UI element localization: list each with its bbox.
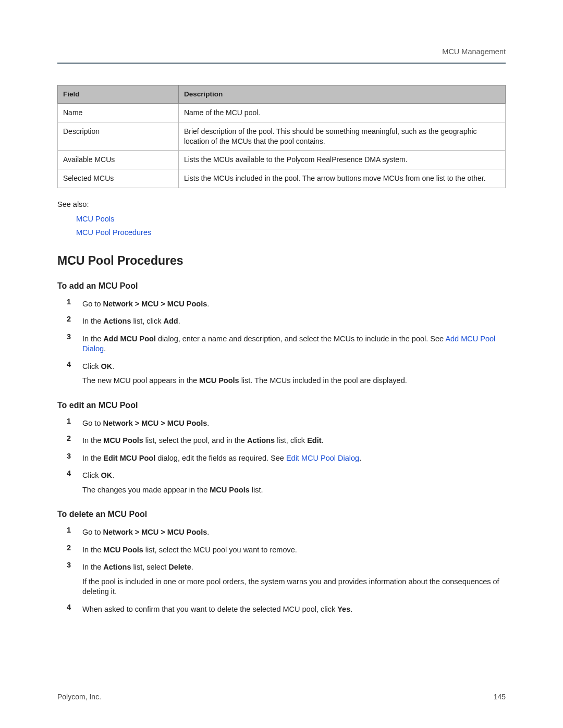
footer-company: Polycom, Inc. — [57, 692, 101, 702]
footer: Polycom, Inc. 145 — [57, 692, 506, 702]
text: . — [359, 454, 361, 462]
text-bold: Actions — [103, 317, 131, 325]
step: 3 In the Actions list, select Delete. If… — [57, 560, 506, 599]
text: . — [191, 563, 193, 571]
text: list. — [250, 486, 263, 494]
step-number: 2 — [67, 434, 79, 448]
step: 2 In the Actions list, click Add. — [57, 314, 506, 329]
text: In the — [82, 546, 103, 554]
see-also-label: See also: — [57, 200, 506, 210]
link-mcu-pool-procedures[interactable]: MCU Pool Procedures — [76, 228, 151, 237]
text-bold: Add — [164, 317, 178, 325]
step: 4 When asked to confirm that you want to… — [57, 602, 506, 617]
text: . — [350, 605, 352, 613]
text: Click — [82, 362, 101, 371]
step-number: 4 — [67, 468, 79, 497]
step: 3 In the Add MCU Pool dialog, enter a na… — [57, 332, 506, 356]
cell-field: Description — [58, 122, 179, 151]
text: dialog, edit the fields as required. See — [155, 454, 286, 462]
text: Go to — [82, 300, 103, 308]
text-bold: MCU Pools — [199, 376, 239, 385]
text: In the — [82, 436, 103, 445]
text-bold: OK — [101, 362, 112, 371]
text: The new MCU pool appears in the — [82, 376, 199, 385]
cell-field: Available MCUs — [58, 151, 179, 169]
cell-desc: Brief description of the pool. This shou… — [178, 122, 505, 151]
step-number: 1 — [67, 416, 79, 431]
step: 1 Go to Network > MCU > MCU Pools. — [57, 416, 506, 431]
text-bold: MCU Pools — [210, 486, 250, 494]
text-bold: Edit — [307, 436, 321, 445]
text: In the — [82, 563, 103, 571]
step-number: 3 — [67, 560, 79, 599]
text: . — [112, 362, 114, 371]
text-bold: Actions — [103, 563, 131, 571]
text: Go to — [82, 419, 103, 427]
steps-add: 1 Go to Network > MCU > MCU Pools. 2 In … — [57, 297, 506, 388]
cell-field: Selected MCUs — [58, 169, 179, 188]
text: . — [322, 436, 324, 445]
text-bold: MCU Pools — [103, 546, 143, 554]
step: 2 In the MCU Pools list, select the MCU … — [57, 543, 506, 558]
table-row: Available MCUs Lists the MCUs available … — [58, 151, 506, 169]
text-bold: Yes — [337, 605, 350, 613]
cell-desc: Lists the MCUs included in the pool. The… — [178, 169, 505, 188]
text: . — [207, 300, 209, 308]
text-bold: Add MCU Pool — [103, 335, 156, 343]
text: In the — [82, 317, 103, 325]
table-row: Description Brief description of the poo… — [58, 122, 506, 151]
text: Go to — [82, 528, 103, 536]
step: 3 In the Edit MCU Pool dialog, edit the … — [57, 451, 506, 466]
step: 1 Go to Network > MCU > MCU Pools. — [57, 297, 506, 312]
page: MCU Management Field Description Name Na… — [0, 0, 563, 728]
text: list. The MCUs included in the pool are … — [239, 376, 407, 385]
text: When asked to confirm that you want to d… — [82, 605, 337, 613]
th-description: Description — [178, 85, 505, 103]
table-row: Name Name of the MCU pool. — [58, 103, 506, 122]
text: list, click — [131, 317, 163, 325]
text-bold: Edit MCU Pool — [103, 454, 155, 462]
step-number: 4 — [67, 360, 79, 388]
step-number: 4 — [67, 602, 79, 617]
step-number: 3 — [67, 451, 79, 466]
text: list, select the pool, and in the — [143, 436, 247, 445]
header-rule — [57, 63, 506, 64]
cell-field: Name — [58, 103, 179, 122]
text-bold: Actions — [247, 436, 275, 445]
text: dialog, enter a name and description, an… — [156, 335, 445, 343]
step-number: 2 — [67, 543, 79, 558]
text: The changes you made appear in the — [82, 486, 210, 494]
text: . — [207, 528, 209, 536]
text: list, click — [275, 436, 307, 445]
th-field: Field — [58, 85, 179, 103]
text: list, select the MCU pool you want to re… — [143, 546, 297, 554]
step: 1 Go to Network > MCU > MCU Pools. — [57, 525, 506, 540]
step: 4 Click OK. The new MCU pool appears in … — [57, 360, 506, 388]
step-number: 2 — [67, 314, 79, 329]
step-number: 1 — [67, 525, 79, 540]
text: . — [112, 471, 114, 479]
header-section-label: MCU Management — [57, 47, 506, 57]
heading-edit: To edit an MCU Pool — [57, 400, 506, 411]
text: . — [207, 419, 209, 427]
text: . — [104, 344, 106, 353]
link-edit-mcu-pool-dialog[interactable]: Edit MCU Pool Dialog — [286, 454, 359, 462]
fields-table: Field Description Name Name of the MCU p… — [57, 85, 506, 189]
link-mcu-pools[interactable]: MCU Pools — [76, 215, 114, 223]
text-bold: OK — [101, 471, 112, 479]
step-number: 3 — [67, 332, 79, 356]
text: . — [178, 317, 180, 325]
text: In the — [82, 335, 103, 343]
step: 2 In the MCU Pools list, select the pool… — [57, 434, 506, 448]
text-bold: Network > MCU > MCU Pools — [103, 419, 207, 427]
text: In the — [82, 454, 103, 462]
text-bold: Network > MCU > MCU Pools — [103, 300, 207, 308]
text-bold: Network > MCU > MCU Pools — [103, 528, 207, 536]
steps-edit: 1 Go to Network > MCU > MCU Pools. 2 In … — [57, 416, 506, 498]
text: list, select — [131, 563, 168, 571]
table-row: Selected MCUs Lists the MCUs included in… — [58, 169, 506, 188]
cell-desc: Name of the MCU pool. — [178, 103, 505, 122]
step-number: 1 — [67, 297, 79, 312]
text: If the pool is included in one or more p… — [82, 577, 506, 597]
text-bold: Delete — [168, 563, 191, 571]
